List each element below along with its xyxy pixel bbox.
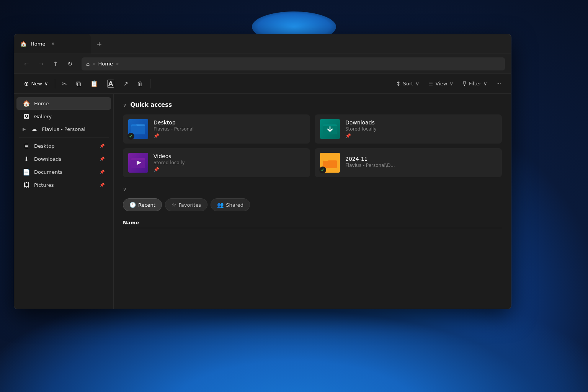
more-options-button[interactable]: ···	[493, 77, 505, 90]
desktop-folder-name: Desktop	[154, 119, 305, 126]
filter-label: Filter	[469, 81, 481, 87]
up-icon: ↑	[53, 60, 58, 67]
sidebar-flavius-label: Flavius - Personal	[42, 126, 105, 132]
sort-chevron-icon: ∨	[415, 81, 419, 87]
up-button[interactable]: ↑	[49, 58, 62, 70]
folder-card-downloads[interactable]: Downloads Stored locally 📌	[315, 114, 502, 144]
cut-button[interactable]: ✂	[58, 77, 71, 90]
svg-rect-9	[131, 158, 137, 160]
refresh-button[interactable]: ↻	[64, 58, 76, 70]
view-chevron-icon: ∨	[449, 81, 453, 87]
downloads-folder-svg	[322, 121, 338, 137]
desktop-sync-status: ✔	[127, 133, 134, 140]
address-home-label: Home	[98, 61, 113, 67]
yellow-folder-sub: Flavius - Personal\D...	[345, 163, 497, 168]
sidebar-divider	[19, 137, 109, 137]
filter-button[interactable]: ⊽ Filter ∨	[459, 77, 491, 90]
share-icon: ↗	[123, 80, 128, 87]
recent-section-header: ∨	[123, 186, 502, 192]
view-label: View	[436, 81, 448, 87]
delete-icon: 🗑	[137, 80, 143, 87]
paste-icon: 📋	[90, 80, 98, 87]
cloud-icon: ☁	[30, 126, 38, 132]
pin-pictures-icon: 📌	[100, 183, 105, 188]
sort-label: Sort	[403, 81, 413, 87]
refresh-icon: ↻	[68, 60, 73, 67]
tab-title: Home	[31, 41, 45, 47]
copy-icon: ⧉	[76, 80, 81, 88]
videos-folder-icon	[128, 153, 148, 173]
recent-section-chevron[interactable]: ∨	[123, 186, 127, 192]
svg-rect-2	[131, 126, 145, 134]
folder-card-desktop[interactable]: ✔ Desktop Flavius - Personal 📌	[123, 114, 310, 144]
copy-button[interactable]: ⧉	[72, 77, 85, 90]
favorites-tab-icon: ☆	[172, 202, 176, 208]
folder-card-2024-11[interactable]: ✔ 2024-11 Flavius - Personal\D...	[315, 148, 502, 177]
rename-button[interactable]: A	[103, 77, 118, 90]
toolbar-separator-1	[55, 79, 55, 88]
forward-button[interactable]: →	[35, 58, 47, 70]
navigation-bar: ← → ↑ ↻ ⌂ > Home >	[14, 54, 511, 74]
desktop-folder-icon-wrap: ✔	[128, 119, 148, 139]
toolbar-separator-2	[150, 79, 150, 88]
svg-rect-6	[323, 124, 328, 126]
toolbar: ⊕ New ∨ ✂ ⧉ 📋 A ↗ 🗑 ↕ Sort ∨ ≡	[14, 74, 511, 94]
sidebar-home-label: Home	[34, 101, 105, 106]
pictures-icon: 🖼	[23, 181, 30, 189]
sidebar-item-flavius[interactable]: ▶ ☁ Flavius - Personal	[16, 123, 111, 135]
downloads-folder-icon-wrap	[320, 119, 340, 139]
address-bar[interactable]: ⌂ > Home >	[82, 57, 505, 70]
shared-tab-icon: 👥	[217, 202, 224, 208]
downloads-icon: ⬇	[23, 155, 30, 163]
videos-folder-name: Videos	[154, 153, 305, 159]
tab-recent[interactable]: 🕐 Recent	[123, 198, 162, 211]
active-tab[interactable]: 🏠 Home ✕	[14, 34, 91, 54]
recent-tab-icon: 🕐	[129, 202, 136, 208]
address-home-icon: ⌂	[86, 60, 90, 67]
yellow-folder-name: 2024-11	[345, 156, 497, 162]
main-area: 🏠 Home 🖼 Gallery ▶ ☁ Flavius - Personal …	[14, 94, 511, 309]
explorer-window: 🏠 Home ✕ + ← → ↑ ↻ ⌂ > Home > ⊕ New ∨	[14, 34, 511, 309]
downloads-folder-sub: Stored locally	[345, 126, 497, 132]
favorites-tab-label: Favorites	[179, 202, 201, 208]
yellow-sync-status: ✔	[319, 167, 326, 173]
sidebar-item-home[interactable]: 🏠 Home	[16, 97, 111, 110]
sidebar: 🏠 Home 🖼 Gallery ▶ ☁ Flavius - Personal …	[14, 94, 114, 309]
folder-card-videos[interactable]: Videos Stored locally 📌	[123, 148, 310, 177]
view-button[interactable]: ≡ View ∨	[425, 77, 457, 90]
sidebar-item-pictures[interactable]: 🖼 Pictures 📌	[16, 179, 111, 191]
paste-button[interactable]: 📋	[87, 77, 102, 90]
expand-icon: ▶	[23, 127, 26, 132]
share-button[interactable]: ↗	[119, 77, 132, 90]
delete-button[interactable]: 🗑	[134, 77, 147, 90]
forward-icon: →	[39, 60, 44, 67]
sidebar-item-documents[interactable]: 📄 Documents 📌	[16, 166, 111, 178]
sidebar-downloads-label: Downloads	[34, 156, 96, 162]
sidebar-item-desktop[interactable]: 🖥 Desktop 📌	[16, 140, 111, 152]
quick-access-header: ∨ Quick access	[123, 101, 502, 108]
yellow-folder-icon-wrap: ✔	[320, 153, 340, 173]
downloads-pin-icon: 📌	[345, 133, 497, 139]
videos-folder-icon-wrap	[128, 153, 148, 173]
tab-home-icon: 🏠	[20, 41, 27, 47]
back-icon: ←	[24, 60, 29, 67]
new-button[interactable]: ⊕ New ∨	[20, 77, 52, 90]
new-icon: ⊕	[24, 80, 29, 87]
sidebar-desktop-label: Desktop	[34, 143, 96, 149]
tab-close-button[interactable]: ✕	[49, 40, 57, 48]
downloads-folder-info: Downloads Stored locally 📌	[345, 119, 497, 139]
shared-tab-label: Shared	[226, 202, 243, 208]
quick-access-chevron[interactable]: ∨	[123, 102, 127, 108]
tab-favorites[interactable]: ☆ Favorites	[165, 198, 207, 211]
back-button[interactable]: ←	[20, 58, 33, 70]
title-bar: 🏠 Home ✕ +	[14, 34, 511, 54]
tab-shared[interactable]: 👥 Shared	[211, 198, 250, 211]
sidebar-item-gallery[interactable]: 🖼 Gallery	[16, 110, 111, 123]
svg-rect-3	[131, 124, 137, 126]
sort-button[interactable]: ↕ Sort ∨	[392, 77, 423, 90]
content-panel: ∨ Quick access	[114, 94, 511, 309]
sidebar-item-downloads[interactable]: ⬇ Downloads 📌	[16, 153, 111, 165]
pin-downloads-icon: 📌	[100, 157, 105, 162]
downloads-folder-name: Downloads	[345, 119, 497, 126]
new-tab-button[interactable]: +	[92, 37, 106, 51]
